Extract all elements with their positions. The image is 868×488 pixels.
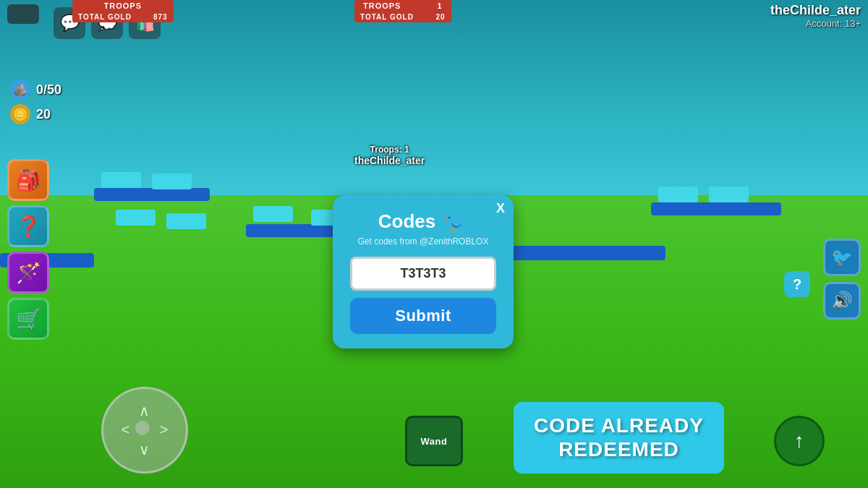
troops-header-middle: TROOPS 1 [354,0,451,12]
player-ingame-name: theChilde_ater [354,155,425,166]
wand-button-bottom[interactable]: Wand [405,416,463,466]
wand-sidebar-button[interactable]: 🪄 [7,252,49,294]
cart-icon: 🛒 [16,307,41,331]
redeemed-line2: REDEEMED [534,437,704,462]
twitter-button[interactable]: 🐦 [823,239,861,276]
question-icon: ❓ [16,215,41,239]
cyan-tile [116,210,156,226]
help-button[interactable]: ? [784,271,810,297]
submit-button[interactable]: Submit [350,298,496,334]
twitter-icon: 🐦 [831,247,853,267]
gems-row: 🪨 0/50 [10,80,61,100]
dpad-down[interactable]: ∨ [135,440,155,459]
gold-label-left: TOTAL GOLD [78,13,132,21]
gems-value: 0/50 [36,82,61,98]
wand-button-label: Wand [421,436,448,447]
bag-button[interactable]: 🎒 [7,159,49,201]
troops-ingame: Troops: 1 [354,145,425,155]
cyan-tile [152,174,192,189]
dpad-arrows: ∧ < > ∨ [116,401,174,459]
gold-icon: 🪙 [10,104,30,124]
cyan-tile [101,172,141,188]
gems-icon: 🪨 [10,80,30,100]
redeemed-banner: CODE ALREADY REDEEMED [514,402,724,474]
cyan-tile [658,187,698,202]
resources-panel: 🪨 0/50 🪙 20 [10,80,61,124]
troops-panel-middle: TROOPS 1 TOTAL GOLD 20 [354,0,451,22]
player-username: theChilde_ater [770,3,861,18]
gold-value: 20 [36,107,51,122]
troops-header-left: TROOPS [72,0,174,12]
troops-gold-left: TOTAL GOLD 873 [72,12,174,22]
cart-button[interactable]: 🛒 [7,298,49,340]
sound-icon: 🔊 [831,291,853,311]
troops-value-middle: 1 [437,1,442,10]
troops-label-middle: TROOPS [363,1,401,10]
gold-value-left: 873 [153,13,168,21]
platform [651,202,781,215]
wand-icon: 🪄 [16,261,41,285]
gold-value-middle: 20 [435,13,445,21]
sound-button[interactable]: 🔊 [823,282,861,320]
player-ingame-label: Troops: 1 theChilde_ater [354,145,425,166]
modal-close-button[interactable]: X [496,201,505,216]
dpad[interactable]: ∧ < > ∨ [101,387,188,474]
left-sidebar: 🎒 ❓ 🪄 🛒 [7,159,49,340]
troops-gold-middle: TOTAL GOLD 20 [354,12,451,22]
dpad-up[interactable]: ∧ [135,401,155,421]
redeemed-line1: CODE ALREADY [534,414,704,438]
question-button[interactable]: ❓ [7,205,49,247]
username-hud: theChilde_ater Account: 13+ [770,3,861,29]
cyan-tile [166,213,206,229]
troops-panel-left: TROOPS TOTAL GOLD 873 [72,0,174,22]
dpad-left[interactable]: < [116,421,135,440]
gold-label-middle: TOTAL GOLD [360,13,414,21]
right-sidebar: 🐦 🔊 [823,239,861,320]
modal-subtitle: Get codes from @ZenithROBLOX [350,236,496,247]
up-button[interactable]: ↑ [774,416,825,466]
dpad-right[interactable]: > [154,421,174,440]
modal-title: Codes [378,210,435,233]
menu-button[interactable] [7,4,39,24]
dpad-circle[interactable]: ∧ < > ∨ [101,387,188,474]
platform [94,188,210,201]
up-icon: ↑ [794,429,804,453]
codes-modal: X Codes 🐦 Get codes from @ZenithROBLOX S… [333,195,514,348]
modal-title-row: Codes 🐦 [350,210,496,234]
bag-icon: 🎒 [16,168,41,192]
twitter-icon-modal: 🐦 [443,210,468,234]
account-label: Account: 13+ [770,18,861,29]
gold-row: 🪙 20 [10,104,61,124]
cyan-tile [253,206,293,222]
code-input[interactable] [350,257,496,291]
cyan-tile [709,187,749,202]
